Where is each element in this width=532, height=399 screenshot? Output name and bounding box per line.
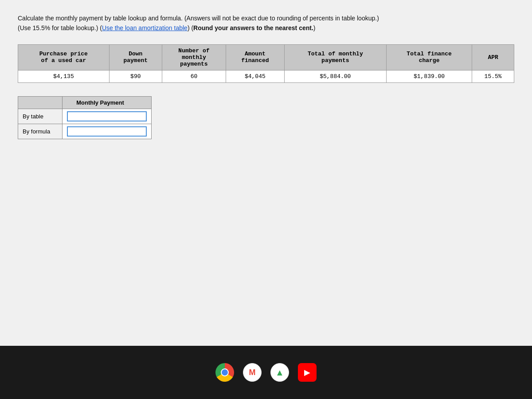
- gmail-icon[interactable]: M: [243, 363, 262, 382]
- cell-purchase-price: $4,135: [18, 70, 110, 82]
- amortization-table-link[interactable]: Use the loan amortization table: [102, 24, 188, 31]
- by-formula-input[interactable]: [67, 126, 147, 137]
- col-total-payments: Total of monthlypayments: [284, 44, 386, 70]
- intro-line2-prefix: (Use 15.5% for table lookup.) (: [18, 24, 102, 31]
- by-table-input-cell[interactable]: [63, 109, 152, 124]
- youtube-icon[interactable]: ▶: [298, 363, 317, 382]
- cell-finance-charge: $1,839.00: [386, 70, 472, 82]
- intro-line2-mid: ) (: [188, 24, 193, 31]
- col-num-payments: Number ofmonthlypayments: [162, 44, 226, 70]
- intro-paragraph: Calculate the monthly payment by table l…: [18, 13, 514, 33]
- col-apr: APR: [472, 44, 514, 70]
- col-down-payment: Downpayment: [109, 44, 162, 70]
- main-content: Calculate the monthly payment by table l…: [0, 0, 532, 346]
- table-header-row: Purchase priceof a used car Downpayment …: [18, 44, 514, 70]
- by-formula-input-cell[interactable]: [63, 124, 152, 139]
- by-formula-row: By formula: [18, 124, 152, 139]
- taskbar: M ▲ ▶: [0, 346, 532, 399]
- cell-apr: 15.5%: [472, 70, 514, 82]
- intro-line2-bold: Round your answers to the nearest cent.: [193, 24, 313, 31]
- by-table-row: By table: [18, 109, 152, 124]
- monthly-payment-header: Monthly Payment: [63, 96, 152, 109]
- intro-line2-suffix: ): [313, 24, 316, 31]
- cell-num-payments: 60: [162, 70, 226, 82]
- by-table-label: By table: [18, 109, 63, 124]
- cell-down-payment: $90: [109, 70, 162, 82]
- answer-header-row: Monthly Payment: [18, 96, 152, 109]
- table-data-row: $4,135 $90 60 $4,045 $5,884.00 $1,839.00…: [18, 70, 514, 82]
- chrome-icon[interactable]: [215, 363, 234, 382]
- monthly-payment-answer-table: Monthly Payment By table By formula: [18, 96, 152, 139]
- drive-icon[interactable]: ▲: [270, 363, 289, 382]
- cell-amount-financed: $4,045: [226, 70, 284, 82]
- by-table-input[interactable]: [67, 111, 147, 121]
- blank-header: [18, 96, 63, 109]
- col-amount-financed: Amountfinanced: [226, 44, 284, 70]
- by-formula-label: By formula: [18, 124, 63, 139]
- col-purchase-price: Purchase priceof a used car: [18, 44, 110, 70]
- col-finance-charge: Total financecharge: [386, 44, 472, 70]
- loan-data-table: Purchase priceof a used car Downpayment …: [18, 44, 514, 83]
- cell-total-payments: $5,884.00: [284, 70, 386, 82]
- intro-line1: Calculate the monthly payment by table l…: [18, 15, 379, 22]
